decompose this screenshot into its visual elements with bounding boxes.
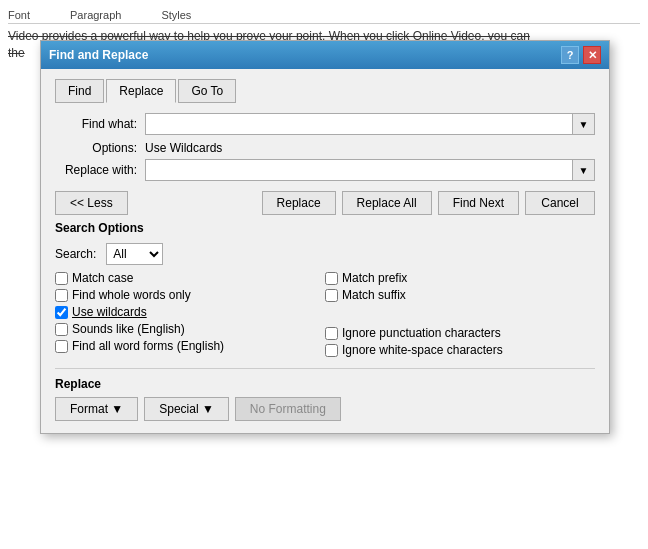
options-value: Use Wildcards xyxy=(145,141,222,155)
dialog-tabs: Find Replace Go To xyxy=(55,79,595,103)
cb-match-case: Match case xyxy=(55,271,325,285)
less-button[interactable]: << Less xyxy=(55,191,128,215)
buttons-row: << Less Replace Replace All Find Next Ca… xyxy=(55,191,595,215)
cb-empty xyxy=(325,305,595,323)
search-options-title: Search Options xyxy=(55,221,595,235)
doc-toolbar: Font Paragraph Styles xyxy=(8,8,640,24)
find-what-dropdown[interactable]: ▼ xyxy=(573,113,595,135)
match-suffix-label: Match suffix xyxy=(342,288,406,302)
cb-match-prefix: Match prefix xyxy=(325,271,595,285)
replace-with-label: Replace with: xyxy=(55,163,145,177)
whole-words-checkbox[interactable] xyxy=(55,289,68,302)
format-button[interactable]: Format ▼ xyxy=(55,397,138,421)
match-case-checkbox[interactable] xyxy=(55,272,68,285)
dialog-body: Find Replace Go To Find what: ▼ Options:… xyxy=(41,69,609,433)
replace-with-input-container: ▼ xyxy=(145,159,595,181)
tab-goto[interactable]: Go To xyxy=(178,79,236,103)
special-button[interactable]: Special ▼ xyxy=(144,397,229,421)
ignore-whitespace-checkbox[interactable] xyxy=(325,344,338,357)
whole-words-label: Find whole words only xyxy=(72,288,191,302)
search-label: Search: xyxy=(55,247,96,261)
sounds-like-label: Sounds like (English) xyxy=(72,322,185,336)
font-label: Font xyxy=(8,8,30,23)
paragraph-label: Paragraph xyxy=(70,8,121,23)
match-suffix-checkbox[interactable] xyxy=(325,289,338,302)
replace-all-button[interactable]: Replace All xyxy=(342,191,432,215)
word-forms-label: Find all word forms (English) xyxy=(72,339,224,353)
cb-match-suffix: Match suffix xyxy=(325,288,595,302)
match-case-label: Match case xyxy=(72,271,133,285)
cb-sounds-like: Sounds like (English) xyxy=(55,322,325,336)
replace-section-buttons: Format ▼ Special ▼ No Formatting xyxy=(55,397,595,421)
no-formatting-button[interactable]: No Formatting xyxy=(235,397,341,421)
cancel-button[interactable]: Cancel xyxy=(525,191,595,215)
replace-with-dropdown[interactable]: ▼ xyxy=(573,159,595,181)
options-label: Options: xyxy=(55,141,145,155)
cb-word-forms: Find all word forms (English) xyxy=(55,339,325,353)
word-forms-checkbox[interactable] xyxy=(55,340,68,353)
dialog-titlebar: Find and Replace ? ✕ xyxy=(41,41,609,69)
find-what-input[interactable] xyxy=(145,113,573,135)
cb-whole-words: Find whole words only xyxy=(55,288,325,302)
replace-section-title: Replace xyxy=(55,377,595,391)
right-checkboxes: Match prefix Match suffix Ignore punctua… xyxy=(325,271,595,360)
options-row: Options: Use Wildcards xyxy=(55,141,595,155)
replace-with-input[interactable] xyxy=(145,159,573,181)
find-what-label: Find what: xyxy=(55,117,145,131)
help-button[interactable]: ? xyxy=(561,46,579,64)
left-checkboxes: Match case Find whole words only Use wil… xyxy=(55,271,325,360)
match-prefix-checkbox[interactable] xyxy=(325,272,338,285)
tab-replace[interactable]: Replace xyxy=(106,79,176,103)
use-wildcards-label: Use wildcards xyxy=(72,305,147,319)
tab-find[interactable]: Find xyxy=(55,79,104,103)
close-button[interactable]: ✕ xyxy=(583,46,601,64)
cb-ignore-punctuation: Ignore punctuation characters xyxy=(325,326,595,340)
find-replace-dialog: Find and Replace ? ✕ Find Replace Go To … xyxy=(40,40,610,434)
search-select[interactable]: All Up Down xyxy=(106,243,163,265)
replace-with-row: Replace with: ▼ xyxy=(55,159,595,181)
options-columns: Match case Find whole words only Use wil… xyxy=(55,271,595,360)
ignore-whitespace-label: Ignore white-space characters xyxy=(342,343,503,357)
titlebar-controls: ? ✕ xyxy=(561,46,601,64)
replace-button[interactable]: Replace xyxy=(262,191,336,215)
find-what-input-container: ▼ xyxy=(145,113,595,135)
styles-label: Styles xyxy=(161,8,191,23)
find-what-row: Find what: ▼ xyxy=(55,113,595,135)
search-select-row: Search: All Up Down xyxy=(55,243,595,265)
doc-line-the: the xyxy=(8,45,25,62)
dialog-title: Find and Replace xyxy=(49,48,148,62)
use-wildcards-checkbox[interactable] xyxy=(55,306,68,319)
replace-section: Replace Format ▼ Special ▼ No Formatting xyxy=(55,368,595,421)
ignore-punctuation-label: Ignore punctuation characters xyxy=(342,326,501,340)
cb-ignore-whitespace: Ignore white-space characters xyxy=(325,343,595,357)
cb-use-wildcards: Use wildcards xyxy=(55,305,325,319)
sounds-like-checkbox[interactable] xyxy=(55,323,68,336)
find-next-button[interactable]: Find Next xyxy=(438,191,519,215)
match-prefix-label: Match prefix xyxy=(342,271,407,285)
ignore-punctuation-checkbox[interactable] xyxy=(325,327,338,340)
